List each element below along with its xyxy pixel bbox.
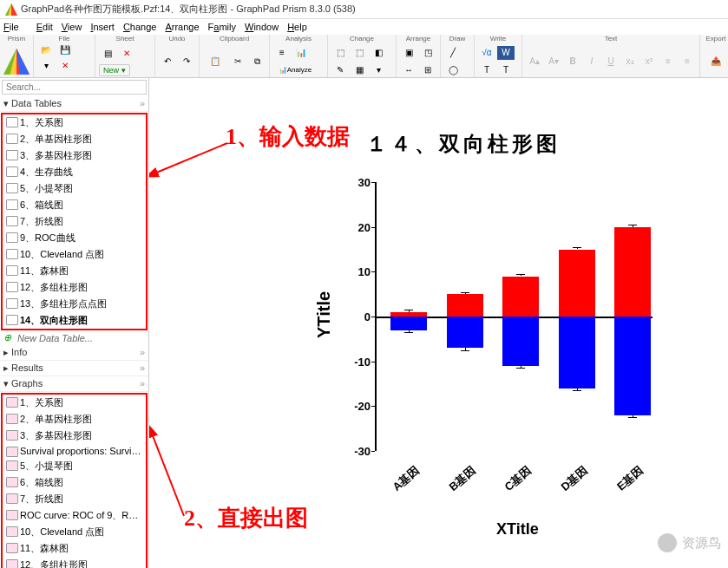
graph-item[interactable]: 7、折线图 bbox=[3, 491, 146, 507]
y-tick-label: 30 bbox=[336, 176, 371, 189]
data-table-item[interactable]: 5、小提琴图 bbox=[3, 180, 146, 197]
data-table-item[interactable]: 14、双向柱形图 bbox=[3, 312, 146, 329]
data-table-item[interactable]: 3、多基因柱形图 bbox=[3, 147, 146, 164]
save-icon[interactable]: 💾 bbox=[56, 42, 74, 56]
graph-item[interactable]: 6、箱线图 bbox=[3, 474, 146, 491]
copy-icon[interactable]: ⧉ bbox=[248, 55, 266, 69]
analyze-btn[interactable]: 📊Analyze bbox=[273, 62, 317, 76]
chart-title: １４、双向柱形图 bbox=[366, 130, 561, 158]
prism-logo-icon[interactable] bbox=[3, 47, 30, 76]
x-category-label: A基因 bbox=[380, 463, 423, 503]
sub-icon[interactable]: x₂ bbox=[621, 55, 639, 69]
word-icon[interactable]: W bbox=[497, 46, 515, 60]
font-a2-icon[interactable]: A▾ bbox=[545, 55, 562, 69]
menu-view[interactable]: View bbox=[62, 22, 82, 32]
alpha-icon[interactable]: √α bbox=[478, 46, 495, 60]
new-button[interactable]: New ▾ bbox=[99, 64, 130, 76]
align-l-icon[interactable]: ≡ bbox=[659, 55, 677, 69]
y-tick-label: -20 bbox=[336, 400, 371, 413]
menu-arrange[interactable]: Arrange bbox=[165, 22, 199, 32]
menu-family[interactable]: Family bbox=[208, 22, 236, 32]
draw2-icon[interactable]: ◯ bbox=[444, 62, 462, 76]
bar-lower bbox=[559, 317, 595, 388]
arrange3-icon[interactable]: ↔ bbox=[400, 62, 417, 76]
x-category-label: D基因 bbox=[548, 463, 591, 503]
data-table-item[interactable]: 10、Cleveland 点图 bbox=[3, 246, 146, 263]
undo-icon[interactable]: ↶ bbox=[159, 55, 176, 69]
graph-item[interactable]: 12、多组柱形图 bbox=[3, 557, 146, 568]
data-table-item[interactable]: 11、森林图 bbox=[3, 263, 146, 279]
menu-insert[interactable]: Insert bbox=[90, 22, 115, 32]
data-table-item[interactable]: 13、多组柱形点点图 bbox=[3, 296, 146, 312]
ribbon-group-prism: Prism bbox=[3, 35, 30, 45]
watermark-icon bbox=[658, 533, 677, 552]
italic-icon[interactable]: I bbox=[583, 55, 600, 69]
menu-edit[interactable]: Edit bbox=[36, 22, 53, 32]
draw1-icon[interactable]: ╱ bbox=[444, 46, 462, 60]
y-axis-label: YTitle bbox=[314, 291, 334, 338]
change-icon[interactable]: ⬚ bbox=[331, 46, 349, 60]
redo-icon[interactable]: ↷ bbox=[178, 55, 195, 69]
change2-icon[interactable]: ⬚ bbox=[351, 46, 368, 60]
graph-item[interactable]: 1、关系图 bbox=[3, 395, 146, 411]
graph-item[interactable]: ROC curve: ROC of 9、ROC曲线 bbox=[3, 507, 146, 524]
graph-item[interactable]: 3、多基因柱形图 bbox=[3, 428, 146, 444]
ribbon-group-export: Export bbox=[704, 35, 728, 45]
ribbon-group-undo: Undo bbox=[159, 35, 195, 45]
change4-icon[interactable]: ✎ bbox=[331, 62, 349, 76]
stats-icon[interactable]: 📊 bbox=[292, 46, 310, 60]
underline-icon[interactable]: U bbox=[602, 55, 620, 69]
graph-item[interactable]: 10、Cleveland 点图 bbox=[3, 524, 146, 540]
search-input[interactable] bbox=[2, 80, 147, 95]
panel-data-tables[interactable]: ▾ Data Tables» bbox=[0, 96, 148, 112]
y-tick-label: 0 bbox=[336, 310, 371, 323]
y-tick-label: -10 bbox=[336, 355, 371, 368]
data-table-item[interactable]: 7、折线图 bbox=[3, 213, 146, 230]
arrange4-icon[interactable]: ⊞ bbox=[419, 62, 436, 76]
data-table-item[interactable]: 2、单基因柱形图 bbox=[3, 131, 146, 147]
x-category-label: B基因 bbox=[436, 463, 479, 503]
title-bar: GraphPad各种作图万能模板.Pzf:14、双向柱形图 - GraphPad… bbox=[0, 0, 728, 19]
graph-item[interactable]: 5、小提琴图 bbox=[3, 458, 146, 474]
delete-sheet-icon[interactable]: ✕ bbox=[118, 46, 135, 60]
align-c-icon[interactable]: ≡ bbox=[679, 55, 696, 69]
menu-change[interactable]: Change bbox=[123, 22, 157, 32]
ribbon-group-sheet: Sheet bbox=[99, 35, 151, 45]
font-a1-icon[interactable]: A▴ bbox=[526, 55, 543, 69]
open-icon[interactable]: 📂 bbox=[37, 42, 55, 56]
change5-icon[interactable]: ▦ bbox=[351, 62, 368, 76]
data-table-item[interactable]: 1、关系图 bbox=[3, 114, 146, 131]
paste-icon[interactable]: 📋 bbox=[203, 47, 227, 76]
saveas-icon[interactable]: ▾ bbox=[37, 58, 55, 72]
panel-graphs[interactable]: ▾ Graphs» bbox=[0, 376, 148, 392]
graph-item[interactable]: Survival proportions: Survival ... bbox=[3, 444, 146, 458]
chart-plot-area: -30-20-100102030A基因B基因C基因D基因E基因 bbox=[375, 182, 653, 451]
arrange1-icon[interactable]: ▣ bbox=[400, 46, 417, 60]
change6-icon[interactable]: ▾ bbox=[370, 62, 387, 76]
menu-file[interactable]: File bbox=[3, 22, 28, 32]
graph-item[interactable]: 11、森林图 bbox=[3, 540, 146, 557]
annotation-output: 2、直接出图 bbox=[184, 503, 308, 533]
arrange2-icon[interactable]: ◳ bbox=[419, 46, 436, 60]
data-table-item[interactable]: 12、多组柱形图 bbox=[3, 279, 146, 296]
new-data-table[interactable]: New Data Table... bbox=[0, 331, 148, 345]
sup-icon[interactable]: x² bbox=[640, 55, 658, 69]
data-table-item[interactable]: 6、箱线图 bbox=[3, 197, 146, 213]
data-table-item[interactable]: 4、生存曲线 bbox=[3, 164, 146, 180]
close-icon[interactable]: ✕ bbox=[56, 58, 74, 72]
bold-icon[interactable]: B bbox=[564, 55, 581, 69]
bar-upper bbox=[447, 294, 483, 317]
cut-icon[interactable]: ✂ bbox=[229, 55, 246, 69]
sheet-icon[interactable]: ▤ bbox=[99, 46, 116, 60]
change3-icon[interactable]: ◧ bbox=[370, 46, 387, 60]
export-icon[interactable]: 📤 bbox=[704, 47, 728, 76]
menu-help[interactable]: Help bbox=[287, 22, 307, 32]
text-t2-icon[interactable]: T bbox=[497, 62, 515, 76]
data-table-item[interactable]: 9、ROC曲线 bbox=[3, 230, 146, 246]
graph-item[interactable]: 2、单基因柱形图 bbox=[3, 411, 146, 428]
analyze-icon[interactable]: ≡ bbox=[273, 46, 291, 60]
text-t-icon[interactable]: T bbox=[478, 62, 495, 76]
panel-info[interactable]: ▸ Info» bbox=[0, 345, 148, 361]
panel-results[interactable]: ▸ Results» bbox=[0, 361, 148, 376]
menu-window[interactable]: Window bbox=[245, 22, 279, 32]
